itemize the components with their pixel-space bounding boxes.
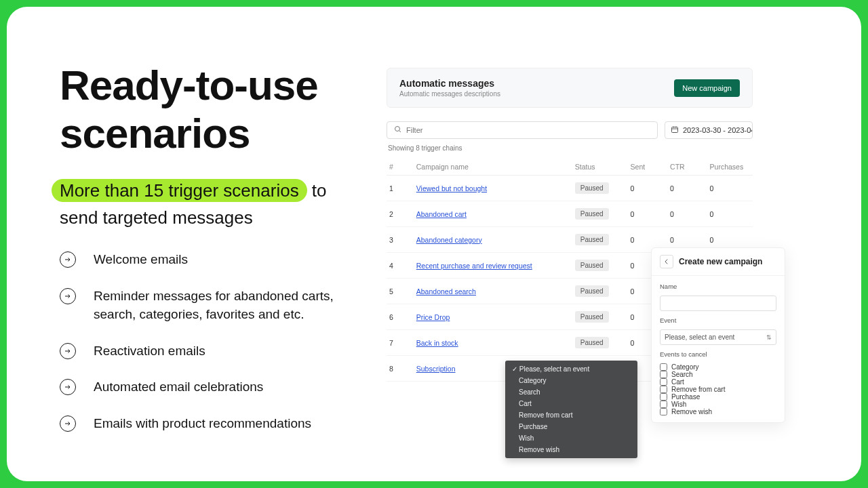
col-purchases: Purchases <box>707 159 753 176</box>
bullet-item: Emails with product recommendations <box>60 414 359 433</box>
cancel-check-item[interactable]: Category <box>660 363 776 371</box>
checkbox[interactable] <box>660 408 667 415</box>
campaign-link[interactable]: Price Drop <box>416 313 450 321</box>
filter-input-wrap[interactable] <box>387 121 658 139</box>
campaign-link[interactable]: Abandoned search <box>416 287 476 296</box>
col-sent: Sent <box>628 159 667 176</box>
cancel-check-item[interactable]: Search <box>660 371 776 378</box>
arrow-right-icon <box>60 251 76 268</box>
svg-line-6 <box>399 131 401 133</box>
row-sent: 0 <box>628 201 667 227</box>
check-label: Category <box>671 363 699 371</box>
checkbox[interactable] <box>660 363 667 371</box>
chevron-updown-icon: ⇅ <box>766 334 772 341</box>
event-select[interactable]: Please, select an event ⇅ <box>660 329 776 345</box>
app-subtitle: Automatic messages descriptions <box>399 90 500 98</box>
svg-point-5 <box>395 127 400 131</box>
row-purchases: 0 <box>707 201 753 227</box>
checkbox[interactable] <box>660 386 667 393</box>
col-idx: # <box>387 159 414 176</box>
calendar-icon <box>671 125 679 135</box>
dropdown-item[interactable]: Purchase <box>505 421 637 432</box>
dropdown-item[interactable]: Cart <box>505 398 637 409</box>
check-label: Search <box>671 371 693 378</box>
showing-count: Showing 8 trigger chains <box>388 144 753 152</box>
check-label: Cart <box>671 378 684 386</box>
bullet-item: Reminder messages for abandoned carts, s… <box>60 287 359 324</box>
dropdown-item[interactable]: Remove wish <box>505 444 637 455</box>
row-idx: 3 <box>387 227 414 253</box>
row-idx: 2 <box>387 201 414 227</box>
app-title: Automatic messages <box>399 78 500 89</box>
bullet-text: Reactivation emails <box>94 342 205 361</box>
campaign-link[interactable]: Abandoned category <box>416 236 482 244</box>
table-row: 2Abandoned cartPaused000 <box>387 201 753 227</box>
row-idx: 7 <box>387 330 414 356</box>
cancel-check-item[interactable]: Wish <box>660 401 776 408</box>
row-idx: 4 <box>387 253 414 279</box>
app-header: Automatic messages Automatic messages de… <box>387 68 753 108</box>
event-label: Event <box>660 317 776 324</box>
bullet-list: Welcome emailsReminder messages for aban… <box>60 250 359 432</box>
campaign-link[interactable]: Subscription <box>416 365 456 373</box>
status-badge: Paused <box>575 234 609 245</box>
row-purchases: 0 <box>707 176 753 201</box>
checkbox[interactable] <box>660 378 667 386</box>
name-input[interactable] <box>660 296 776 311</box>
check-label: Wish <box>671 401 686 408</box>
events-cancel-label: Events to cancel <box>660 350 776 358</box>
status-badge: Paused <box>575 337 609 348</box>
row-idx: 5 <box>387 279 414 304</box>
row-idx: 1 <box>387 176 414 201</box>
bullet-text: Emails with product recommendations <box>94 414 311 433</box>
campaign-link[interactable]: Recent purchase and review request <box>416 262 532 270</box>
page-title: Ready-to-use scenarios <box>60 61 359 158</box>
search-icon <box>394 125 402 135</box>
bullet-item: Reactivation emails <box>60 342 359 361</box>
col-ctr: CTR <box>667 159 707 176</box>
bullet-text: Automated email celebrations <box>94 378 263 396</box>
col-status: Status <box>572 159 628 176</box>
cancel-check-item[interactable]: Remove wish <box>660 408 776 415</box>
filter-input[interactable] <box>406 126 650 134</box>
create-panel-title: Create new campaign <box>679 257 762 266</box>
check-label: Remove from cart <box>671 386 725 393</box>
back-button[interactable] <box>660 255 673 268</box>
cancel-check-item[interactable]: Remove from cart <box>660 386 776 393</box>
row-idx: 8 <box>387 356 414 382</box>
events-cancel-list: CategorySearchCartRemove from cartPurcha… <box>660 363 776 415</box>
event-dropdown[interactable]: Please, select an eventCategorySearchCar… <box>505 361 637 458</box>
row-ctr: 0 <box>667 201 707 227</box>
check-label: Remove wish <box>671 408 712 415</box>
status-badge: Paused <box>575 285 609 297</box>
date-range-text: 2023-03-30 - 2023-04- <box>683 126 753 134</box>
dropdown-item[interactable]: Remove from cart <box>505 409 637 421</box>
bullet-text: Reminder messages for abandoned carts, s… <box>94 287 359 324</box>
dropdown-item[interactable]: Please, select an event <box>505 363 637 375</box>
bullet-text: Welcome emails <box>94 250 188 269</box>
date-range-picker[interactable]: 2023-03-30 - 2023-04- <box>665 121 753 139</box>
dropdown-item[interactable]: Search <box>505 386 637 398</box>
name-label: Name <box>660 283 776 290</box>
arrow-right-icon <box>60 343 76 359</box>
dropdown-item[interactable]: Wish <box>505 432 637 444</box>
campaign-link[interactable]: Back in stock <box>416 339 458 347</box>
arrow-right-icon <box>60 379 76 395</box>
check-label: Purchase <box>671 393 700 401</box>
cancel-check-item[interactable]: Purchase <box>660 393 776 401</box>
row-idx: 6 <box>387 304 414 330</box>
svg-rect-7 <box>672 127 678 133</box>
new-campaign-button[interactable]: New campaign <box>674 79 740 97</box>
dropdown-item[interactable]: Category <box>505 375 637 386</box>
status-badge: Paused <box>575 260 609 271</box>
checkbox[interactable] <box>660 401 667 408</box>
campaign-link[interactable]: Viewed but not bought <box>416 184 487 192</box>
checkbox[interactable] <box>660 371 667 378</box>
table-row: 1Viewed but not boughtPaused000 <box>387 176 753 201</box>
campaign-link[interactable]: Abandoned cart <box>416 210 467 218</box>
checkbox[interactable] <box>660 393 667 401</box>
create-campaign-panel: Create new campaign Name Event Please, s… <box>651 247 785 423</box>
subtitle: More than 15 trigger scenarios to send t… <box>60 177 359 232</box>
cancel-check-item[interactable]: Cart <box>660 378 776 386</box>
bullet-item: Automated email celebrations <box>60 378 359 396</box>
